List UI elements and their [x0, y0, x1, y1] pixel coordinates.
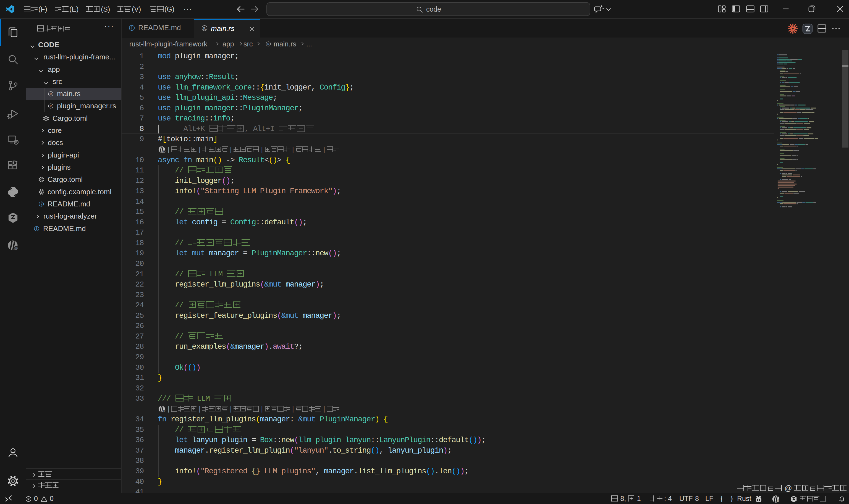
svg-text:R: R: [50, 105, 52, 108]
svg-text:K: K: [163, 150, 165, 152]
svg-text:K: K: [15, 247, 17, 250]
svg-text:K: K: [777, 500, 779, 502]
svg-text:R: R: [267, 42, 270, 46]
svg-text:R: R: [203, 26, 206, 30]
svg-text:R: R: [50, 92, 52, 96]
svg-text:K: K: [163, 410, 165, 412]
